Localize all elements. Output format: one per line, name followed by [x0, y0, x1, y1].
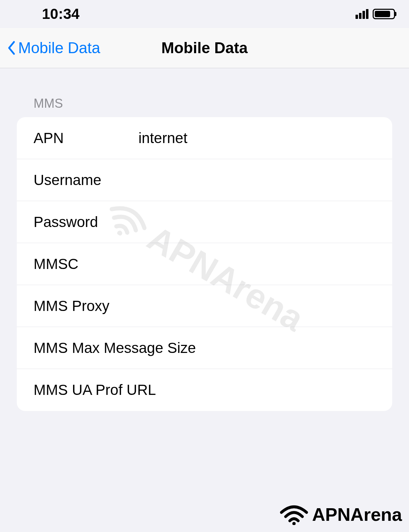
footer-logo: APNArena — [280, 504, 402, 525]
password-input[interactable] — [138, 214, 375, 230]
mmsc-label: MMSC — [34, 256, 138, 272]
apn-label: APN — [34, 130, 138, 147]
status-time: 10:34 — [42, 6, 79, 22]
signal-icon — [356, 9, 368, 19]
svg-point-1 — [292, 522, 296, 525]
status-bar: 10:34 — [0, 0, 409, 28]
battery-icon — [373, 9, 395, 19]
apn-input[interactable] — [138, 130, 375, 147]
back-button[interactable]: Mobile Data — [7, 39, 100, 57]
mms-proxy-row[interactable]: MMS Proxy — [17, 285, 392, 327]
password-row[interactable]: Password — [17, 201, 392, 243]
mms-max-size-row[interactable]: MMS Max Message Size — [17, 327, 392, 369]
mmsc-row[interactable]: MMSC — [17, 243, 392, 285]
mmsc-input[interactable] — [138, 256, 375, 272]
page-title: Mobile Data — [162, 39, 248, 57]
section-header: MMS — [17, 68, 392, 117]
username-input[interactable] — [138, 172, 375, 189]
footer-logo-text: APNArena — [312, 504, 402, 525]
settings-card: APN Username Password MMSC MMS Proxy MMS… — [17, 117, 392, 411]
settings-section: MMS APN Username Password MMSC MMS Proxy… — [0, 68, 409, 411]
apn-row[interactable]: APN — [17, 117, 392, 159]
password-label: Password — [34, 214, 138, 230]
mms-ua-prof-label: MMS UA Prof URL — [34, 382, 375, 398]
navigation-bar: Mobile Data Mobile Data — [0, 28, 409, 68]
back-chevron-icon — [7, 41, 15, 55]
mms-max-size-label: MMS Max Message Size — [34, 340, 375, 356]
status-icons — [356, 9, 395, 19]
back-label: Mobile Data — [18, 39, 100, 57]
mms-proxy-label: MMS Proxy — [34, 298, 138, 314]
username-label: Username — [34, 172, 138, 189]
username-row[interactable]: Username — [17, 159, 392, 201]
mms-ua-prof-row[interactable]: MMS UA Prof URL — [17, 369, 392, 411]
mms-proxy-input[interactable] — [138, 298, 375, 314]
wifi-logo-icon — [280, 504, 308, 525]
